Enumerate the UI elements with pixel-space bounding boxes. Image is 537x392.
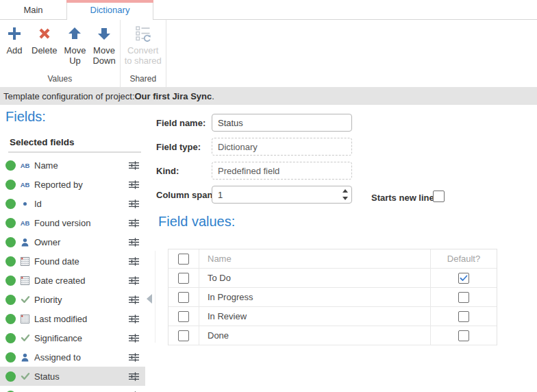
table-row[interactable]: To Do — [168, 269, 497, 288]
starts-new-line-checkbox[interactable] — [433, 191, 445, 202]
list-item[interactable]: Significance — [0, 328, 145, 347]
field-name-input[interactable] — [212, 114, 352, 132]
tab-main[interactable]: Main — [0, 0, 66, 20]
move-up-button[interactable]: Move Up — [61, 20, 90, 67]
ribbon-group-label: Shared — [121, 73, 165, 87]
list-item[interactable]: Assigned to — [0, 347, 145, 367]
add-button-label: Add — [6, 45, 22, 56]
ribbon-group-shared: Convert to sharedShared — [121, 20, 166, 87]
table-cell — [168, 249, 199, 268]
list-item[interactable]: ABName — [0, 156, 145, 175]
convert-to-shared-icon — [134, 25, 152, 42]
selected-fields-list: ABNameABReported byIdABFound versionOwne… — [0, 156, 145, 392]
ribbon-group-buttons: AddDeleteMove UpMove Down — [1, 20, 119, 73]
kind-input — [212, 162, 352, 180]
list-item-label: Significance — [34, 333, 128, 343]
list-item-label: Priority — [34, 295, 128, 305]
sliders-icon[interactable] — [128, 372, 140, 381]
value-name-cell: Done — [199, 326, 431, 345]
default-checkbox[interactable] — [458, 311, 469, 322]
ribbon-group-label: Values — [1, 73, 119, 87]
delete-x-icon — [36, 25, 53, 42]
banner-prefix: Template configuration of project: — [3, 91, 135, 101]
default-checkbox[interactable] — [458, 292, 469, 303]
list-item[interactable]: Priority — [0, 290, 145, 309]
row-select-checkbox[interactable] — [178, 330, 189, 341]
sliders-icon[interactable] — [128, 353, 140, 362]
sliders-icon[interactable] — [128, 199, 140, 208]
list-item[interactable]: ABReported by — [0, 175, 145, 194]
list-item[interactable]: Status — [0, 367, 145, 386]
table-cell — [431, 269, 497, 287]
list-item[interactable]: Last modified — [0, 309, 145, 328]
plus-icon — [5, 25, 23, 42]
field-enabled-dot — [5, 352, 16, 363]
text-ab-icon: AB — [19, 162, 31, 169]
table-cell — [431, 326, 497, 345]
text-ab-icon: AB — [19, 181, 31, 188]
list-item[interactable]: Found date — [0, 252, 145, 271]
table-row[interactable]: Done — [168, 326, 497, 345]
sliders-icon[interactable] — [128, 161, 140, 170]
sliders-icon[interactable] — [128, 276, 140, 285]
field-enabled-dot — [5, 199, 16, 209]
selected-fields-underline — [8, 151, 141, 153]
list-item-label: Reported by — [34, 180, 128, 190]
collapse-panel-arrow-icon[interactable] — [147, 294, 152, 304]
banner-project-name: Our first Jira Sync — [135, 91, 212, 101]
selected-fields-header: Selected fields — [10, 137, 75, 147]
column-header-default: Default? — [431, 249, 497, 268]
sliders-icon[interactable] — [128, 334, 140, 343]
row-select-checkbox[interactable] — [178, 292, 189, 303]
field-enabled-dot — [5, 314, 16, 324]
starts-new-line-label: Starts new line: — [371, 193, 437, 203]
move-down-button[interactable]: Move Down — [89, 20, 118, 67]
calendar-icon — [19, 315, 31, 323]
list-item[interactable]: Date created — [0, 271, 145, 290]
list-item[interactable]: ABImplemented in — [0, 386, 145, 392]
list-item[interactable]: Id — [0, 194, 145, 213]
table-cell — [431, 307, 497, 326]
add-button[interactable]: Add — [1, 20, 28, 57]
row-select-checkbox[interactable] — [178, 273, 189, 284]
sliders-icon[interactable] — [128, 219, 140, 228]
column-span-spinner[interactable] — [341, 189, 349, 200]
template-configuration-banner: Template configuration of project: Our f… — [0, 87, 537, 105]
spinner-down-icon[interactable] — [342, 197, 348, 200]
sliders-icon[interactable] — [128, 257, 140, 266]
default-checkbox[interactable] — [458, 273, 469, 284]
move-down-button-label: Move Down — [92, 45, 115, 66]
field-enabled-dot — [5, 180, 16, 190]
sliders-icon[interactable] — [128, 180, 140, 189]
panel-splitter[interactable] — [155, 251, 155, 343]
table-row[interactable]: In Review — [168, 307, 497, 326]
column-span-input[interactable] — [212, 186, 352, 204]
column-header-name: Name — [199, 249, 431, 268]
list-item-label: Name — [34, 160, 128, 171]
move-up-button-label: Move Up — [64, 45, 86, 66]
tab-dictionary[interactable]: Dictionary — [66, 0, 153, 20]
delete-button[interactable]: Delete — [28, 20, 61, 57]
row-select-checkbox[interactable] — [178, 311, 189, 322]
convert-to-shared-button[interactable]: Convert to shared — [121, 20, 165, 67]
banner-suffix: . — [212, 91, 214, 101]
list-item-label: Found version — [34, 218, 128, 228]
spinner-up-icon[interactable] — [342, 189, 348, 193]
field-enabled-dot — [5, 160, 16, 171]
sliders-icon[interactable] — [128, 315, 140, 323]
table-row[interactable]: In Progress — [168, 288, 497, 307]
value-name-cell: To Do — [199, 269, 431, 287]
check-icon — [19, 334, 31, 342]
list-item[interactable]: Owner — [0, 232, 145, 252]
person-icon — [19, 238, 31, 247]
sliders-icon[interactable] — [128, 238, 140, 247]
field-enabled-dot — [5, 295, 16, 305]
table-header-row: NameDefault? — [168, 249, 497, 269]
list-item[interactable]: ABFound version — [0, 213, 145, 232]
select-all-checkbox[interactable] — [178, 254, 189, 265]
field-values-heading: Field values: — [158, 214, 235, 230]
sliders-icon[interactable] — [128, 295, 140, 304]
field-enabled-dot — [5, 371, 16, 382]
field-enabled-dot — [5, 275, 16, 286]
default-checkbox[interactable] — [458, 330, 469, 341]
